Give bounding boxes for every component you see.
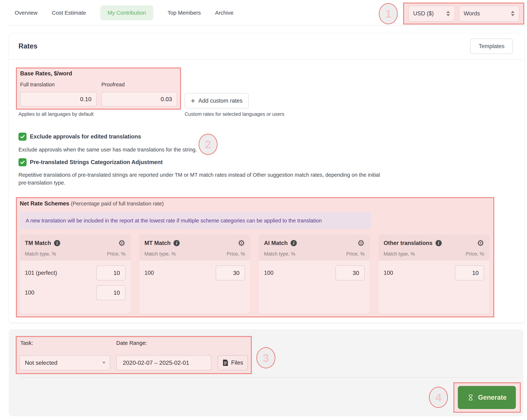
match-type-column-header: Match type, % (144, 251, 176, 257)
match-type-column-header: Match type, % (25, 251, 56, 257)
annotation-step-1: 1 (379, 3, 398, 24)
net-rate-schemes-subtitle: (Percentage paid of full translation rat… (71, 201, 164, 206)
rates-card: Rates Templates Base Rates, $/word Full … (9, 33, 525, 323)
base-rates-helper-text: Applies to all languages by default (19, 111, 94, 117)
currency-select[interactable]: USD ($) (408, 5, 455, 22)
price-column-header: Price, % (466, 251, 484, 257)
unit-select[interactable]: Words (459, 5, 519, 22)
base-rates-title: Base Rates, $/word (20, 70, 72, 77)
match-type-column-header: Match type, % (264, 251, 295, 257)
check-icon (20, 160, 25, 165)
updown-arrows-icon (446, 11, 450, 16)
unit-select-value: Words (464, 10, 480, 17)
tab-top-members[interactable]: Top Members (168, 10, 201, 16)
price-column-header: Price, % (107, 251, 126, 257)
pretranslated-adjustment-checkbox[interactable] (19, 158, 27, 166)
generate-button[interactable]: Generate (458, 386, 516, 409)
tab-overview[interactable]: Overview (15, 10, 37, 16)
scheme-card-tm-match: TM Match i ⚙ Match type, % Price, % 101 … (20, 234, 131, 314)
scheme-card-mt-match: MT Match i ⚙ Match type, % Price, % 100 (139, 234, 250, 314)
tab-archive[interactable]: Archive (215, 10, 233, 16)
files-button[interactable]: Files (218, 355, 248, 370)
templates-button-label: Templates (479, 43, 505, 50)
date-range-value: 2020-02-07 – 2025-02-01 (123, 359, 189, 366)
full-translation-rate-input[interactable] (20, 92, 97, 107)
tm-100-price-input[interactable] (96, 285, 126, 300)
scheme-row: 100 (25, 285, 126, 300)
date-range-input[interactable]: 2020-02-07 – 2025-02-01 (116, 355, 211, 370)
annotation-highlight-net-rate-schemes: Net Rate Schemes (Percentage paid of ful… (16, 197, 494, 317)
scheme-row: 100 (144, 265, 245, 280)
mt-match-title: MT Match (144, 240, 171, 246)
gear-icon[interactable]: ⚙ (238, 239, 245, 247)
generate-button-label: Generate (478, 394, 506, 401)
pretranslated-adjustment-label: Pre-translated Strings Categorization Ad… (30, 159, 163, 166)
price-column-header: Price, % (346, 251, 365, 257)
nav-divider (9, 25, 527, 26)
lowest-rate-note: A new translation will be included in th… (20, 212, 371, 229)
info-icon[interactable]: i (174, 240, 180, 246)
scheme-card-header: Other translations i ⚙ Match type, % Pri… (379, 234, 490, 260)
info-icon[interactable]: i (54, 240, 60, 246)
ai-match-title: AI Match (264, 240, 288, 246)
task-select-value: Not selected (25, 359, 57, 366)
currency-select-value: USD ($) (413, 10, 434, 17)
tm-101-price-input[interactable] (96, 265, 126, 280)
custom-rates-helper-text: Custom rates for selected languages or u… (185, 111, 284, 117)
match-type-column-header: Match type, % (384, 251, 415, 257)
full-translation-label: Full translation (20, 82, 55, 88)
scheme-card-body: 100 (139, 260, 250, 290)
page-title: Rates (19, 42, 37, 50)
files-button-label: Files (231, 359, 243, 366)
annotation-step-3: 3 (256, 347, 275, 368)
rates-card-header: Rates Templates (9, 33, 525, 60)
tab-my-contribution[interactable]: My Contribution (100, 5, 153, 20)
check-icon (20, 134, 25, 140)
match-type-label: 101 (perfect) (25, 270, 57, 276)
hourglass-icon (467, 394, 474, 401)
plus-icon: + (191, 97, 195, 105)
updown-arrows-icon (511, 11, 515, 16)
ai-100-price-input[interactable] (335, 265, 365, 280)
proofread-label: Proofread (101, 82, 125, 88)
annotation-highlight-generate: Generate (453, 382, 521, 413)
report-generation-panel: Task: Date Range: Not selected 2020-02-0… (9, 329, 523, 416)
mt-100-price-input[interactable] (216, 265, 245, 280)
net-rate-schemes-title: Net Rate Schemes (Percentage paid of ful… (20, 200, 164, 207)
gear-icon[interactable]: ⚙ (357, 239, 364, 247)
other-translations-title: Other translations (384, 240, 433, 246)
exclude-approvals-checkbox[interactable] (19, 133, 27, 141)
pretranslated-adjustment-description: Repetitive translations of pre-translate… (19, 171, 383, 187)
scheme-card-body: 100 (259, 260, 370, 290)
scheme-card-ai-match: AI Match i ⚙ Match type, % Price, % 100 (259, 234, 370, 314)
tm-match-title: TM Match (25, 240, 51, 246)
option-pretranslated-adjustment: Pre-translated Strings Categorization Ad… (19, 158, 163, 166)
gear-icon[interactable]: ⚙ (118, 239, 125, 247)
add-custom-rates-button[interactable]: + Add custom rates (185, 93, 249, 108)
chevron-down-icon (102, 362, 106, 364)
match-type-label: 100 (144, 270, 154, 276)
date-range-label: Date Range: (116, 340, 147, 346)
scheme-card-body: 100 (379, 260, 490, 290)
task-select[interactable]: Not selected (19, 355, 110, 370)
net-rate-schemes-title-text: Net Rate Schemes (20, 200, 69, 207)
add-custom-rates-label: Add custom rates (198, 97, 242, 104)
info-icon[interactable]: i (436, 240, 442, 246)
scheme-row: 101 (perfect) (25, 265, 126, 280)
tab-cost-estimate[interactable]: Cost Estimate (52, 10, 86, 16)
other-100-price-input[interactable] (455, 265, 484, 280)
scheme-card-header: TM Match i ⚙ Match type, % Price, % (20, 234, 131, 260)
option-exclude-approvals: Exclude approvals for edited translation… (19, 133, 141, 141)
scheme-cards-grid: TM Match i ⚙ Match type, % Price, % 101 … (20, 234, 489, 314)
task-label: Task: (20, 340, 33, 346)
scheme-card-other-translations: Other translations i ⚙ Match type, % Pri… (379, 234, 490, 314)
exclude-approvals-description: Exclude approvals when the same user has… (19, 146, 197, 154)
gear-icon[interactable]: ⚙ (477, 239, 484, 247)
match-type-label: 100 (384, 270, 393, 276)
exclude-approvals-label: Exclude approvals for edited translation… (30, 133, 141, 140)
proofread-rate-input[interactable] (101, 92, 177, 107)
templates-button[interactable]: Templates (470, 39, 513, 54)
file-icon (222, 359, 229, 366)
annotation-highlight-base-rates: Base Rates, $/word Full translation Proo… (16, 67, 181, 109)
info-icon[interactable]: i (291, 240, 297, 246)
